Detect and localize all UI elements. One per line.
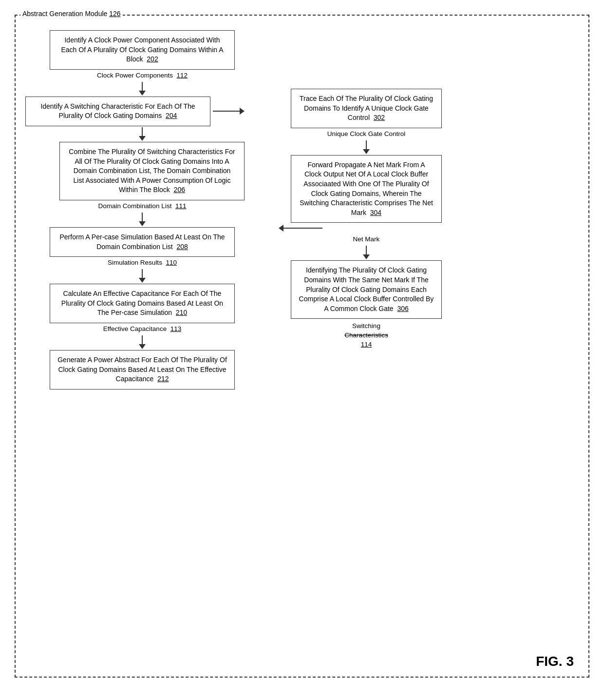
box-212-num: 212 xyxy=(157,375,169,383)
label-clock-power: Clock Power Components 112 xyxy=(97,72,188,79)
page-container: Abstract Generation Module 126 Identify … xyxy=(0,0,604,700)
arrow-line-4 xyxy=(142,269,143,278)
box-210: Calculate An Effective Capacitance For E… xyxy=(50,284,235,323)
box-306-text: Identifying The Plurality Of Clock Gatin… xyxy=(299,266,434,312)
module-label-text: Abstract Generation Module xyxy=(22,10,107,18)
arrow-head-1 xyxy=(139,91,146,96)
box-206-text: Combine The Plurality Of Switching Chara… xyxy=(69,148,235,194)
right-column: Trace Each Of The Plurality Of Clock Gat… xyxy=(274,89,459,389)
arrow-head-3 xyxy=(139,221,146,226)
arrow-line-1 xyxy=(142,82,143,91)
box-306-num: 306 xyxy=(397,305,408,312)
label-domain-combo: Domain Combination List 111 xyxy=(98,202,187,210)
box-208-text: Perform A Per-case Simulation Based At L… xyxy=(59,233,225,251)
label-eff-cap-text: Effective Capacitance xyxy=(103,325,167,332)
box-208-num: 208 xyxy=(176,243,188,251)
box-208: Perform A Per-case Simulation Based At L… xyxy=(50,227,235,257)
label-net-mark-text: Net Mark xyxy=(353,235,380,243)
label-sim-results-num: 110 xyxy=(166,259,177,266)
box-210-num: 210 xyxy=(176,309,187,316)
arrow-down-3 xyxy=(139,213,146,226)
arrow-line-r1 xyxy=(366,140,367,149)
label-switching-char: Switching Characteristics 114 xyxy=(344,322,388,350)
label-sim-results-text: Simulation Results xyxy=(108,259,162,266)
label-net-mark: Net Mark xyxy=(353,235,380,243)
box-302: Trace Each Of The Plurality Of Clock Gat… xyxy=(291,89,442,128)
box-304-text: Forward Propagate A Net Mark From A Cloc… xyxy=(300,161,433,216)
label-domain-combo-text: Domain Combination List xyxy=(98,202,172,210)
label-switching-line1: Switching xyxy=(352,322,380,330)
arrow-head-2 xyxy=(139,136,146,141)
arrow-right-204 xyxy=(213,108,245,115)
module-label-num: 126 xyxy=(109,10,120,18)
arrow-head-r2 xyxy=(363,254,370,259)
arrow-line-left-r2 xyxy=(283,228,322,229)
box-204-row: Identify A Switching Characteristic For … xyxy=(25,97,259,126)
arrow-line-r2 xyxy=(366,246,367,254)
arrow-line-3 xyxy=(142,213,143,221)
box-304-num: 304 xyxy=(370,209,381,216)
arrow-down-5 xyxy=(139,335,146,349)
arrow-left-r2 xyxy=(279,225,322,232)
label-unique-cgc: Unique Clock Gate Control xyxy=(327,130,406,137)
outer-dashed-border: Abstract Generation Module 126 Identify … xyxy=(15,15,589,678)
box-212: Generate A Power Abstract For Each Of Th… xyxy=(50,350,235,389)
box-204-num: 204 xyxy=(166,112,177,119)
box-210-text: Calculate An Effective Capacitance For E… xyxy=(61,290,223,316)
module-label: Abstract Generation Module 126 xyxy=(20,10,123,18)
label-eff-cap-num: 113 xyxy=(170,325,182,332)
label-eff-cap: Effective Capacitance 113 xyxy=(103,325,181,332)
box-306: Identifying The Plurality Of Clock Gatin… xyxy=(291,260,442,319)
arrow-head-left-r2 xyxy=(279,225,283,232)
box-212-text: Generate A Power Abstract For Each Of Th… xyxy=(57,356,227,383)
label-clock-power-text: Clock Power Components xyxy=(97,72,173,79)
arrow-line-2 xyxy=(142,127,143,136)
arrow-line-5 xyxy=(142,335,143,344)
label-switching-num: 114 xyxy=(361,341,372,348)
arrow-down-2 xyxy=(139,127,146,141)
label-switching-line2: Characteristics xyxy=(344,331,388,339)
box-304: Forward Propagate A Net Mark From A Cloc… xyxy=(291,155,442,223)
box-206-num: 206 xyxy=(174,186,185,194)
box-204: Identify A Switching Characteristic For … xyxy=(25,97,210,126)
arrow-head-5 xyxy=(139,344,146,349)
arrow-down-r2 xyxy=(363,246,370,259)
label-domain-combo-num: 111 xyxy=(175,202,187,210)
left-column: Identify A Clock Power Component Associa… xyxy=(25,30,259,389)
arrow-down-r1 xyxy=(363,140,370,154)
box-206: Combine The Plurality Of Switching Chara… xyxy=(59,142,245,200)
arrow-down-1 xyxy=(139,82,146,96)
box-206-row: Combine The Plurality Of Switching Chara… xyxy=(25,142,259,200)
label-clock-power-num: 112 xyxy=(177,72,188,79)
fig-label-text: FIG. 3 xyxy=(536,654,574,669)
arrow-line-h-204 xyxy=(213,111,240,112)
arrow-down-4 xyxy=(139,269,146,283)
box-302-text: Trace Each Of The Plurality Of Clock Gat… xyxy=(300,95,433,121)
box-202-num: 202 xyxy=(147,55,158,63)
arrow-head-4 xyxy=(139,278,146,283)
box-302-num: 302 xyxy=(374,114,385,121)
label-sim-results: Simulation Results 110 xyxy=(108,259,177,266)
fig-label: FIG. 3 xyxy=(536,654,574,669)
box-202: Identify A Clock Power Component Associa… xyxy=(50,30,235,70)
box-202-text: Identify A Clock Power Component Associa… xyxy=(61,36,223,63)
arrow-head-r1 xyxy=(363,149,370,154)
label-unique-cgc-text: Unique Clock Gate Control xyxy=(327,130,406,137)
arrow-head-right-204 xyxy=(240,108,245,115)
